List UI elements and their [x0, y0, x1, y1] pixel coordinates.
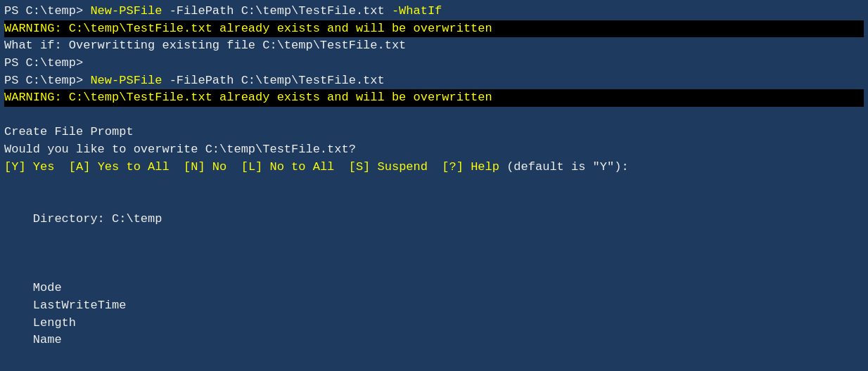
prompt-1: PS C:\temp>	[4, 4, 90, 18]
terminal-window: PS C:\temp> New-PSFile -FilePath C:\temp…	[0, 0, 868, 371]
cmd-2: New-PSFile	[90, 74, 162, 87]
opt-n: [N] No	[184, 160, 226, 174]
create-file-prompt-label: Create File Prompt	[4, 124, 864, 141]
opt-a: [A] Yes to All	[69, 160, 170, 174]
switch-1: -WhatIf	[392, 4, 442, 18]
opt-sep2	[170, 160, 184, 174]
col-header-lwt: LastWriteTime	[33, 297, 188, 315]
blank-3	[4, 193, 864, 211]
opt-sep5	[428, 160, 442, 174]
table-header-row: Mode LastWriteTime Length Name	[4, 263, 864, 367]
blank-4	[4, 228, 864, 245]
cmd-1: New-PSFile	[90, 4, 162, 18]
warning-line-2: WARNING: C:\temp\TestFile.txt already ex…	[4, 89, 864, 107]
opt-default: (default is "Y"):	[499, 160, 629, 174]
blank-1	[4, 107, 864, 124]
table-sep-row: ---- ------------- ------ ----	[4, 366, 864, 371]
overwrite-question: Would you like to overwrite C:\temp\Test…	[4, 141, 864, 159]
prompt-blank-1: PS C:\temp>	[4, 55, 864, 72]
opt-sep4	[334, 160, 348, 174]
blank-2	[4, 176, 864, 193]
col-header-mode: Mode	[33, 280, 117, 297]
args-2: -FilePath C:\temp\TestFile.txt	[162, 74, 384, 87]
warning-line-1: WARNING: C:\temp\TestFile.txt already ex…	[4, 20, 864, 38]
directory-line: Directory: C:\temp	[4, 211, 864, 228]
opt-help: [?] Help	[442, 160, 499, 174]
opt-y: [Y] Yes	[4, 160, 54, 174]
command-line-2: PS C:\temp> New-PSFile -FilePath C:\temp…	[4, 72, 864, 90]
prompt-2: PS C:\temp>	[4, 74, 90, 87]
args-1: -FilePath C:\temp\TestFile.txt	[162, 4, 391, 18]
command-line-1: PS C:\temp> New-PSFile -FilePath C:\temp…	[4, 3, 864, 20]
blank-5	[4, 245, 864, 263]
opt-l: [L] No to All	[241, 160, 335, 174]
opt-s: [S] Suspend	[349, 160, 428, 174]
col-header-name: Name	[33, 332, 62, 349]
col-header-length: Length	[33, 315, 96, 332]
whatif-line: What if: Overwritting existing file C:\t…	[4, 37, 864, 55]
opt-sep3	[226, 160, 241, 174]
opt-sep1	[54, 160, 68, 174]
options-line: [Y] Yes [A] Yes to All [N] No [L] No to …	[4, 159, 864, 176]
